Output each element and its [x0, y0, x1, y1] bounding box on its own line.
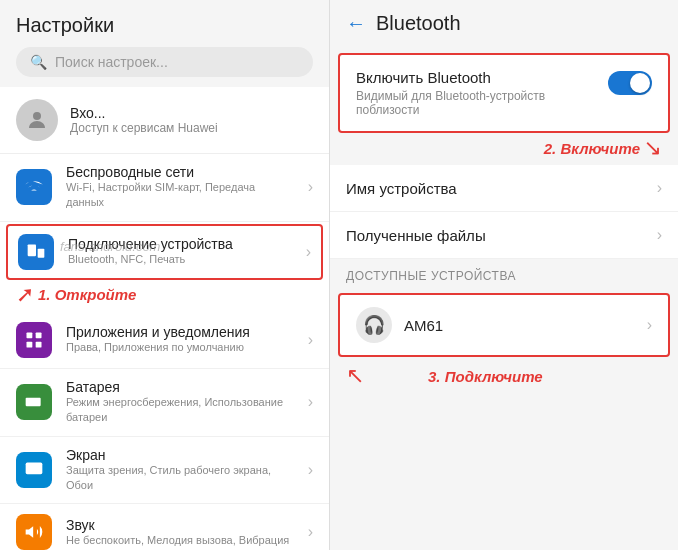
display-icon	[16, 452, 52, 488]
menu-list: Беспроводные сети Wi-Fi, Настройки SIM-к…	[0, 154, 329, 550]
apps-icon	[16, 322, 52, 358]
wireless-text: Беспроводные сети Wi-Fi, Настройки SIM-к…	[66, 164, 294, 211]
settings-title: Настройки	[16, 14, 313, 37]
menu-item-battery[interactable]: Батарея Режим энергосбережения, Использо…	[0, 369, 329, 437]
step1-area: Подключение устройства Bluetooth, NFC, П…	[0, 224, 329, 312]
menu-item-apps[interactable]: Приложения и уведомления Права, Приложен…	[0, 312, 329, 369]
received-files-row[interactable]: Полученные файлы ›	[330, 212, 678, 259]
sound-title: Звук	[66, 517, 294, 533]
step1-annotation: ➘ 1. Откройте	[0, 282, 329, 312]
battery-title: Батарея	[66, 379, 294, 395]
settings-header: Настройки 🔍 Поиск настроек...	[0, 0, 329, 87]
received-files-label: Полученные файлы	[346, 227, 657, 244]
wireless-chevron: ›	[308, 178, 313, 196]
display-subtitle: Защита зрения, Стиль рабочего экрана, Об…	[66, 463, 294, 494]
apps-text: Приложения и уведомления Права, Приложен…	[66, 324, 294, 355]
toggle-title: Включить Bluetooth	[356, 69, 608, 86]
step2-annotation: 2. Включите ↙	[330, 133, 678, 165]
menu-item-display[interactable]: Экран Защита зрения, Стиль рабочего экра…	[0, 437, 329, 505]
svg-marker-16	[26, 527, 34, 539]
svg-rect-13	[26, 462, 43, 474]
step2-label: 2. Включите	[544, 140, 640, 157]
battery-icon	[16, 384, 52, 420]
search-icon: 🔍	[30, 54, 47, 70]
profile-subtitle: Доступ к сервисам Huawei	[70, 121, 218, 135]
step3-arrow: ↖	[346, 363, 364, 389]
wireless-title: Беспроводные сети	[66, 164, 294, 180]
settings-panel: Настройки 🔍 Поиск настроек... Вхо... Дос…	[0, 0, 330, 550]
search-bar[interactable]: 🔍 Поиск настроек...	[16, 47, 313, 77]
headphones-icon: 🎧	[356, 307, 392, 343]
svg-rect-2	[38, 248, 45, 257]
bluetooth-title: Bluetooth	[376, 12, 461, 35]
wireless-subtitle: Wi-Fi, Настройки SIM-карт, Передача данн…	[66, 180, 294, 211]
step3-area: 🎧 AM61 › ↖ 3. Подключите	[330, 293, 678, 393]
display-title: Экран	[66, 447, 294, 463]
apps-subtitle: Права, Приложения по умолчанию	[66, 340, 294, 355]
svg-rect-1	[28, 244, 36, 256]
profile-info: Вхо... Доступ к сервисам Huawei	[70, 105, 218, 135]
device-name-chevron: ›	[657, 179, 662, 197]
step3-label: 3. Подключите	[428, 368, 543, 385]
profile-row[interactable]: Вхо... Доступ к сервисам Huawei	[0, 87, 329, 154]
device-am61-name: AM61	[404, 317, 635, 334]
devices-icon	[18, 234, 54, 270]
bluetooth-header: ← Bluetooth	[330, 0, 678, 47]
step1-arrow: ➘	[16, 282, 34, 308]
device-chevron: ›	[647, 316, 652, 334]
back-button[interactable]: ←	[346, 12, 366, 35]
devices-title: Подключение устройства	[68, 236, 292, 252]
sound-icon	[16, 514, 52, 550]
svg-rect-7	[27, 341, 33, 347]
svg-rect-6	[36, 332, 42, 338]
wifi-icon	[16, 169, 52, 205]
bluetooth-content: Включить Bluetooth Видимый для Bluetooth…	[330, 47, 678, 550]
display-text: Экран Защита зрения, Стиль рабочего экра…	[66, 447, 294, 494]
available-devices-header: ДОСТУПНЫЕ УСТРОЙСТВА	[330, 259, 678, 289]
display-chevron: ›	[308, 461, 313, 479]
sound-subtitle: Не беспокоить, Мелодия вызова, Вибрация	[66, 533, 294, 548]
device-name-label: Имя устройства	[346, 180, 657, 197]
avatar	[16, 99, 58, 141]
svg-rect-5	[27, 332, 33, 338]
menu-item-devices[interactable]: Подключение устройства Bluetooth, NFC, П…	[6, 224, 323, 280]
bluetooth-panel: ← Bluetooth Включить Bluetooth Видимый д…	[330, 0, 678, 550]
profile-name: Вхо...	[70, 105, 218, 121]
menu-item-wireless[interactable]: Беспроводные сети Wi-Fi, Настройки SIM-к…	[0, 154, 329, 222]
search-placeholder: Поиск настроек...	[55, 54, 168, 70]
sound-chevron: ›	[308, 523, 313, 541]
apps-title: Приложения и уведомления	[66, 324, 294, 340]
step1-label: 1. Откройте	[38, 286, 136, 303]
apps-chevron: ›	[308, 331, 313, 349]
devices-subtitle: Bluetooth, NFC, Печать	[68, 252, 292, 267]
devices-chevron: ›	[306, 243, 311, 261]
menu-item-sound[interactable]: Звук Не беспокоить, Мелодия вызова, Вибр…	[0, 504, 329, 550]
svg-rect-9	[26, 398, 41, 406]
received-files-chevron: ›	[657, 226, 662, 244]
battery-subtitle: Режим энергосбережения, Использование ба…	[66, 395, 294, 426]
toggle-switch[interactable]	[608, 71, 652, 95]
device-name-row[interactable]: Имя устройства ›	[330, 165, 678, 212]
svg-rect-8	[36, 341, 42, 347]
battery-chevron: ›	[308, 393, 313, 411]
device-am61[interactable]: 🎧 AM61 ›	[338, 293, 670, 357]
step3-annotation: ↖ 3. Подключите	[330, 359, 678, 393]
devices-text: Подключение устройства Bluetooth, NFC, П…	[68, 236, 292, 267]
battery-text: Батарея Режим энергосбережения, Использо…	[66, 379, 294, 426]
toggle-info: Включить Bluetooth Видимый для Bluetooth…	[356, 69, 608, 117]
bluetooth-toggle-row[interactable]: Включить Bluetooth Видимый для Bluetooth…	[338, 53, 670, 133]
svg-point-0	[33, 112, 41, 120]
toggle-section: Включить Bluetooth Видимый для Bluetooth…	[330, 53, 678, 165]
sound-text: Звук Не беспокоить, Мелодия вызова, Вибр…	[66, 517, 294, 548]
step2-arrow: ↙	[644, 135, 662, 161]
toggle-subtitle: Видимый для Bluetooth-устройств поблизос…	[356, 89, 608, 117]
